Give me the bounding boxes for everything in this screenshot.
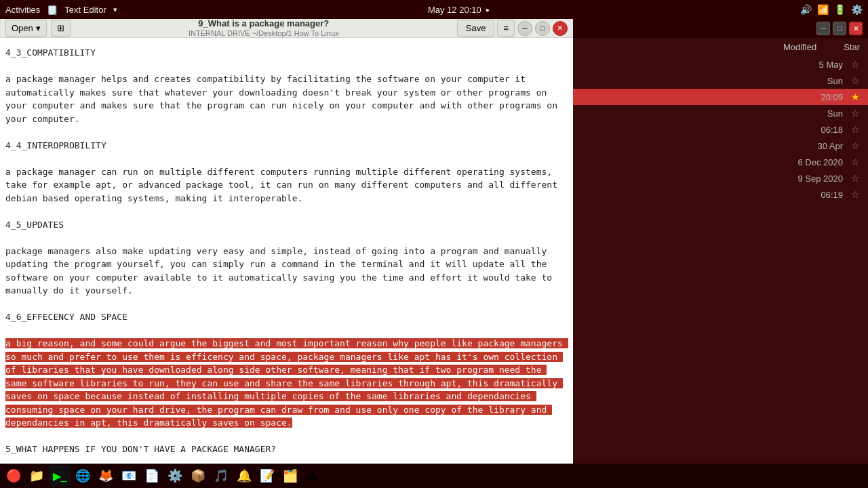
star-icon[interactable]: ☆ (851, 75, 860, 86)
file-date: 06:18 (795, 125, 843, 135)
file-date: 6 Dec 2020 (795, 157, 843, 167)
file-date: Sun (795, 76, 843, 86)
star-icon[interactable]: ☆ (851, 157, 860, 167)
file-list: 5 May ☆ Sun ☆ 20:09 ★ Sun ☆ 06:18 ☆ 30 A… (573, 56, 868, 470)
taskbar-firefox[interactable]: 🦊 (95, 465, 117, 487)
activities-label[interactable]: Activities (5, 5, 40, 15)
taskbar-packages[interactable]: 📦 (187, 465, 209, 487)
list-item[interactable]: 9 Sep 2020 ☆ (573, 170, 868, 186)
menu-button[interactable]: ≡ (497, 20, 515, 37)
taskbar-terminal[interactable]: ▶_ (49, 465, 71, 487)
list-item-active[interactable]: 20:09 ★ (573, 89, 868, 105)
taskbar-alerts[interactable]: 🔔 (233, 465, 255, 487)
file-date: 30 Apr (795, 141, 843, 151)
editor-content-before: 4_3_COMPATIBILITY a package manager help… (5, 47, 563, 322)
sys-icon-3[interactable]: 🔋 (834, 4, 846, 15)
sys-icon-2[interactable]: 📶 (817, 4, 829, 15)
save-button[interactable]: Save (457, 20, 495, 37)
side-panel-close[interactable]: ✕ (849, 22, 863, 35)
editor-area[interactable]: 4_3_COMPATIBILITY a package manager help… (0, 38, 573, 473)
system-bar-left: Activities 🗒️ Text Editor ▾ (5, 5, 117, 15)
taskbar-manager[interactable]: 🗂️ (279, 465, 301, 487)
editor-selected-text: a big reason, and some could argue the b… (5, 338, 568, 428)
open-button[interactable]: Open ▾ (5, 20, 47, 37)
taskbar-email[interactable]: 📧 (118, 465, 140, 487)
col-star-header: Star (844, 42, 860, 52)
close-button[interactable]: ✕ (553, 21, 568, 36)
file-date: 20:09 (795, 92, 843, 102)
new-tab-button[interactable]: ⊞ (51, 20, 71, 37)
app-icon: 🗒️ (47, 5, 58, 15)
star-icon[interactable]: ☆ (851, 59, 860, 70)
maximize-button[interactable]: □ (535, 21, 550, 36)
taskbar-music[interactable]: 🎵 (210, 465, 232, 487)
app-window: Open ▾ ⊞ 9_What is a package manager? IN… (0, 19, 573, 488)
datetime-label: May 12 20:10 (428, 5, 481, 15)
taskbar-notes[interactable]: 📝 (256, 465, 278, 487)
side-panel: ─ □ ✕ Modified Star 5 May ☆ Sun ☆ 20:09 … (573, 19, 868, 488)
list-item[interactable]: 6 Dec 2020 ☆ (573, 154, 868, 170)
list-item[interactable]: 06:18 ☆ (573, 121, 868, 138)
file-date: Sun (795, 108, 843, 119)
system-bar-center: May 12 20:10 ● (428, 5, 490, 15)
taskbar-power[interactable]: 🔴 (3, 465, 24, 487)
star-icon[interactable]: ☆ (851, 173, 860, 184)
list-item[interactable]: Sun ☆ (573, 105, 868, 121)
sys-icon-1[interactable]: 🔊 (800, 4, 812, 15)
minimize-button[interactable]: ─ (517, 21, 532, 36)
system-bar-right: 🔊 📶 🔋 ⚙️ (800, 4, 863, 15)
status-dot: ● (486, 6, 490, 14)
star-icon[interactable]: ★ (851, 92, 860, 102)
taskbar-settings[interactable]: ⚙️ (164, 465, 186, 487)
taskbar-files[interactable]: 📁 (26, 465, 47, 487)
app-dropdown-icon[interactable]: ▾ (113, 5, 117, 14)
col-modified-header: Modified (783, 42, 816, 52)
side-panel-minimize[interactable]: ─ (816, 22, 830, 35)
sys-icon-4[interactable]: ⚙️ (851, 4, 863, 15)
file-date: 9 Sep 2020 (795, 174, 843, 184)
list-item[interactable]: 30 Apr ☆ (573, 138, 868, 154)
star-icon[interactable]: ☆ (851, 140, 860, 151)
app-name-label[interactable]: Text Editor (64, 5, 106, 15)
taskbar: 🔴 📁 ▶_ 🌐 🦊 📧 📄 ⚙️ 📦 🎵 🔔 📝 🗂️ 🖧 (0, 464, 868, 488)
file-date: 06:19 (795, 190, 843, 200)
file-path: INTERNAL DRIVE ~/Desktop/1 How To Linux (189, 29, 339, 38)
title-bar-controls-right: Save ≡ ─ □ ✕ (457, 20, 568, 37)
star-icon[interactable]: ☆ (851, 189, 860, 200)
title-bar-controls-left: Open ▾ ⊞ (5, 20, 71, 37)
system-bar: Activities 🗒️ Text Editor ▾ May 12 20:10… (0, 0, 868, 19)
taskbar-browser[interactable]: 🌐 (72, 465, 94, 487)
side-panel-titlebar: ─ □ ✕ (573, 19, 868, 38)
taskbar-config[interactable]: 🖧 (302, 465, 324, 487)
list-item[interactable]: Sun ☆ (573, 73, 868, 89)
star-icon[interactable]: ☆ (851, 108, 860, 119)
list-item[interactable]: 06:19 ☆ (573, 186, 868, 203)
file-date: 5 May (795, 60, 843, 70)
star-icon[interactable]: ☆ (851, 124, 860, 135)
taskbar-docs[interactable]: 📄 (141, 465, 163, 487)
title-bar: Open ▾ ⊞ 9_What is a package manager? IN… (0, 19, 573, 38)
side-panel-header: Modified Star (573, 38, 868, 56)
side-panel-maximize[interactable]: □ (833, 22, 846, 35)
file-name: 9_What is a package manager? (198, 18, 329, 29)
list-item[interactable]: 5 May ☆ (573, 56, 868, 73)
title-bar-center: 9_What is a package manager? INTERNAL DR… (189, 18, 339, 38)
open-label: Open (12, 23, 33, 33)
open-dropdown-arrow[interactable]: ▾ (36, 23, 41, 33)
